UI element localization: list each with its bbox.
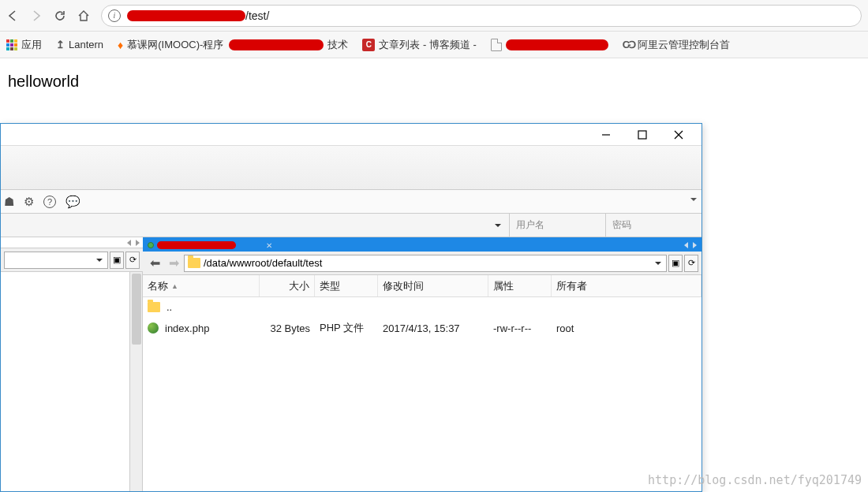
parent-dir-row[interactable]: .. (143, 297, 702, 317)
remote-tab[interactable]: ✕ (143, 239, 277, 252)
bookmark-imooc[interactable]: ♦慕课网(IMOOC)-程序技术 (118, 38, 348, 52)
bookmark-redacted[interactable] (491, 39, 608, 51)
arrow-right-icon[interactable] (693, 242, 697, 248)
c-icon: C (362, 39, 375, 51)
remote-path-input[interactable]: /data/wwwroot/default/test (184, 255, 667, 272)
file-list-header: 名称▲ 大小 类型 修改时间 属性 所有者 (143, 275, 702, 297)
bookmark-blog[interactable]: C文章列表 - 博客频道 - (362, 38, 477, 52)
reload-icon[interactable] (54, 9, 66, 22)
browser-nav: i /test/ (0, 0, 868, 32)
password-field[interactable]: 密码 (605, 214, 702, 237)
flame-icon: ♦ (118, 39, 123, 51)
ftp-window: ☗ ⚙ ? 💬 用户名 密码 ▣ ⟳ (0, 123, 702, 492)
local-file-list[interactable] (1, 272, 143, 491)
remote-tab-strip: ✕ (143, 239, 702, 252)
folder-button[interactable]: ▣ (668, 255, 683, 272)
folder-icon (188, 258, 200, 268)
secondary-toolbar: ☗ ⚙ ? 💬 (1, 190, 702, 214)
tab-close-icon[interactable]: ✕ (266, 241, 272, 250)
forward-icon[interactable] (30, 9, 43, 22)
bookmark-lantern[interactable]: ↥Lantern (56, 39, 103, 50)
apps-icon (6, 39, 17, 50)
scrollbar[interactable] (129, 272, 142, 491)
home-icon[interactable] (77, 9, 90, 22)
redacted-text (229, 39, 324, 50)
apps-button[interactable]: 应用 (6, 38, 42, 52)
bookmark-bar: 应用 ↥Lantern ♦慕课网(IMOOC)-程序技术 C文章列表 - 博客频… (0, 32, 868, 58)
local-path-dropdown[interactable] (4, 252, 108, 269)
redacted-text (506, 39, 608, 50)
close-button[interactable] (660, 124, 697, 146)
php-icon (148, 322, 159, 334)
chat-icon[interactable]: 💬 (65, 195, 80, 209)
col-type[interactable]: 类型 (315, 275, 378, 296)
col-size[interactable]: 大小 (260, 275, 315, 296)
watermark: http://blog.csdn.net/fyq201749 (648, 473, 862, 487)
username-field[interactable]: 用户名 (509, 214, 605, 237)
local-tab-strip (1, 237, 143, 248)
local-path-row: ▣ ⟳ (1, 248, 143, 272)
page-content: helloworld (0, 58, 868, 105)
maximize-button[interactable] (624, 124, 660, 146)
folder-button[interactable]: ▣ (110, 252, 124, 269)
chain-icon: C-Ↄ (623, 39, 634, 50)
arrow-left-icon[interactable] (127, 240, 131, 246)
remote-path-row: ⬅ ➡ /data/wwwroot/default/test ▣ ⟳ (143, 252, 702, 275)
file-row[interactable]: index.php 32 Bytes PHP 文件 2017/4/13, 15:… (143, 317, 702, 339)
page-icon (491, 39, 502, 51)
help-icon[interactable]: ? (43, 196, 56, 208)
refresh-button[interactable]: ⟳ (125, 252, 140, 269)
svg-rect-1 (638, 131, 646, 139)
local-pane: ▣ ⟳ (1, 237, 143, 491)
url-bar[interactable]: i /test/ (101, 5, 862, 27)
remote-path-text: /data/wwwroot/default/test (204, 257, 322, 269)
info-icon[interactable]: i (108, 9, 121, 22)
nav-back-icon[interactable]: ⬅ (146, 255, 163, 272)
col-date[interactable]: 修改时间 (378, 275, 488, 296)
shield-icon[interactable]: ☗ (4, 195, 14, 209)
chevron-down-icon[interactable] (690, 198, 697, 201)
window-titlebar (1, 124, 702, 146)
remote-pane: ✕ ⬅ ➡ /data/wwwroot/default/test ▣ ⟳ (143, 237, 702, 491)
url-suffix: /test/ (245, 9, 269, 22)
col-name[interactable]: 名称▲ (143, 275, 260, 296)
col-attr[interactable]: 属性 (488, 275, 552, 296)
redacted-url (127, 10, 245, 21)
status-dot-icon (148, 242, 154, 248)
main-toolbar (1, 146, 702, 190)
arrow-right-icon[interactable] (136, 240, 140, 246)
folder-icon (148, 302, 160, 312)
refresh-button[interactable]: ⟳ (684, 255, 698, 272)
arrow-left-icon[interactable] (684, 242, 688, 248)
sort-asc-icon: ▲ (171, 282, 178, 290)
chevron-down-icon[interactable] (495, 224, 501, 227)
nav-forward-icon[interactable]: ➡ (165, 255, 182, 272)
arrow-up-icon: ↥ (56, 39, 65, 50)
connection-row: 用户名 密码 (1, 214, 702, 237)
minimize-button[interactable] (588, 124, 624, 146)
redacted-host (157, 241, 236, 249)
bookmark-aliyun[interactable]: C-Ↄ阿里云管理控制台首 (623, 38, 730, 52)
col-owner[interactable]: 所有者 (552, 275, 702, 296)
back-icon[interactable] (6, 9, 19, 22)
gear-icon[interactable]: ⚙ (24, 195, 34, 209)
